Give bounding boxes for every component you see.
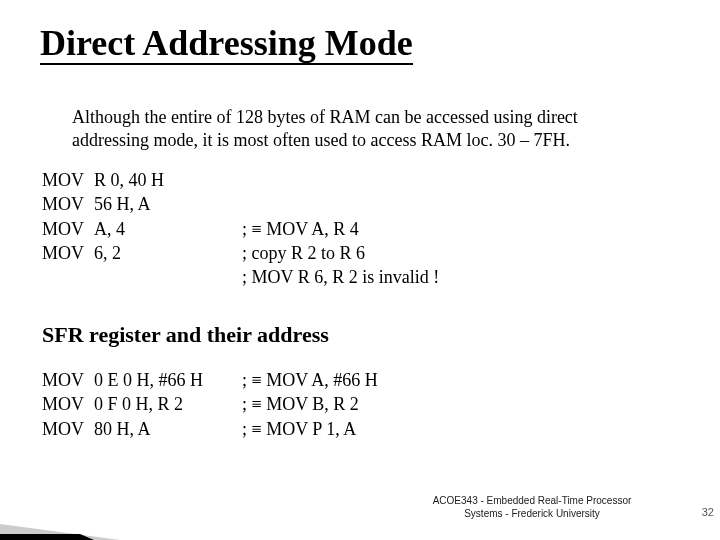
footer-text: ACOE343 - Embedded Real-Time Processor S… [422, 494, 642, 520]
title-text: Direct Addressing Mode [40, 23, 413, 65]
deco-black-bar [0, 534, 80, 540]
code-row: MOVR 0, 40 H [42, 168, 439, 192]
operands: A, 4 [94, 217, 242, 241]
operands: 56 H, A [94, 192, 242, 216]
deco-grey-triangle [0, 524, 120, 540]
operands: 0 F 0 H, R 2 [94, 392, 242, 416]
operands: 80 H, A [94, 417, 242, 441]
mnemonic: MOV [42, 368, 94, 392]
subheading: SFR register and their address [42, 322, 329, 348]
comment: ; ≡ MOV P 1, A [242, 417, 356, 441]
code-row: MOV6, 2; copy R 2 to R 6 [42, 241, 439, 265]
mnemonic: MOV [42, 168, 94, 192]
page-number: 32 [702, 506, 714, 518]
mnemonic: MOV [42, 392, 94, 416]
comment: ; ≡ MOV A, #66 H [242, 368, 378, 392]
page-title: Direct Addressing Mode [40, 24, 413, 64]
code-row: MOVA, 4; ≡ MOV A, R 4 [42, 217, 439, 241]
intro-paragraph: Although the entire of 128 bytes of RAM … [72, 106, 658, 151]
comment: ; MOV R 6, R 2 is invalid ! [242, 265, 439, 289]
comment: ; ≡ MOV B, R 2 [242, 392, 359, 416]
slide: Direct Addressing Mode Although the enti… [0, 0, 720, 540]
code-row: MOV80 H, A; ≡ MOV P 1, A [42, 417, 378, 441]
code-block-1: MOVR 0, 40 H MOV56 H, A MOVA, 4; ≡ MOV A… [42, 168, 439, 289]
operands: 6, 2 [94, 241, 242, 265]
corner-decoration [0, 524, 120, 540]
code-row: ; MOV R 6, R 2 is invalid ! [42, 265, 439, 289]
deco-black-tip [80, 534, 94, 540]
code-row: MOV0 F 0 H, R 2; ≡ MOV B, R 2 [42, 392, 378, 416]
mnemonic: MOV [42, 241, 94, 265]
code-row: MOV56 H, A [42, 192, 439, 216]
comment: ; ≡ MOV A, R 4 [242, 217, 359, 241]
comment: ; copy R 2 to R 6 [242, 241, 365, 265]
code-block-2: MOV0 E 0 H, #66 H; ≡ MOV A, #66 H MOV0 F… [42, 368, 378, 441]
operands: R 0, 40 H [94, 168, 242, 192]
code-row: MOV0 E 0 H, #66 H; ≡ MOV A, #66 H [42, 368, 378, 392]
mnemonic: MOV [42, 217, 94, 241]
mnemonic: MOV [42, 417, 94, 441]
operands: 0 E 0 H, #66 H [94, 368, 242, 392]
mnemonic: MOV [42, 192, 94, 216]
